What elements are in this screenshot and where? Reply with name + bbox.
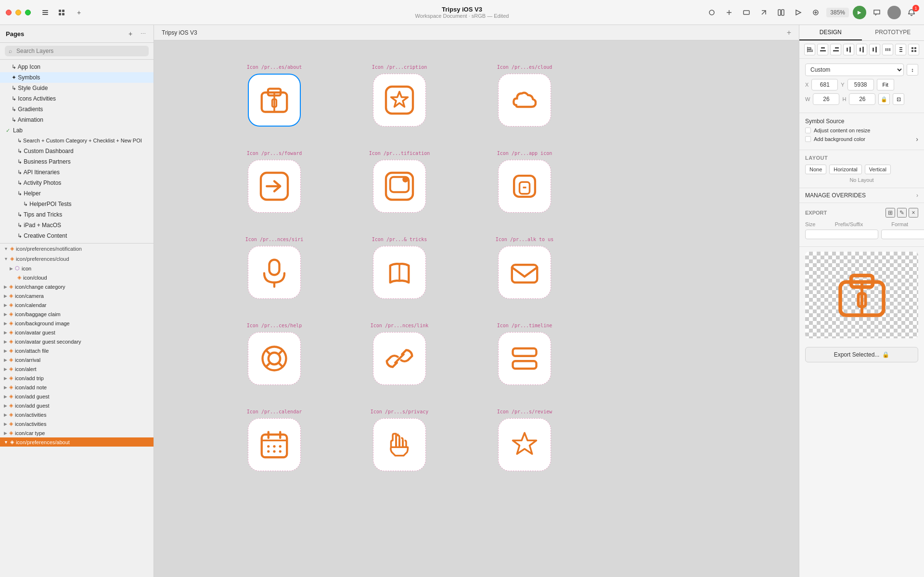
layer-item-avatar-guest[interactable]: ▶ ◈ icon/avatar guest [0,328,154,337]
icon-cell-siri[interactable]: Icon /pr...nces/siri [226,237,322,299]
layer-item-add-guest-1[interactable]: ▶ ◈ icon/add guest [0,392,154,401]
align-center-button[interactable] [817,44,828,55]
icon-cell-cloud[interactable]: Icon /pr...es/cloud [476,64,573,127]
toolbar-action-4[interactable] [757,6,770,19]
page-item-lab[interactable]: ✓ Lab [0,125,154,136]
icon-frame-link[interactable] [373,332,426,385]
export-close-button[interactable]: × [909,208,918,218]
layer-item-cloud[interactable]: ▼ ◈ icon/preferences/cloud [0,254,154,264]
page-item-business-partners[interactable]: ↳ Business Partners [0,156,154,167]
layer-item-add-guest-2[interactable]: ▶ ◈ icon/add guest [0,401,154,410]
icon-frame-about[interactable] [248,74,301,127]
toolbar-action-2[interactable] [722,6,736,19]
page-item-helper[interactable]: ↳ Helper [0,188,154,199]
layer-item-add-trip[interactable]: ▶ ◈ icon/add trip [0,373,154,383]
align-right-button[interactable] [830,44,841,55]
toolbar-action-3[interactable] [740,6,753,19]
icon-cell-help[interactable]: Icon /pr...ces/help [226,323,322,385]
icon-cell-review[interactable]: Icon /pr...s/review [476,409,573,471]
page-item-animation[interactable]: ↳ Animation [0,115,154,125]
layer-item-avatar-guest-secondary[interactable]: ▶ ◈ icon/avatar guest secondary [0,337,154,346]
layer-item-calendar[interactable]: ▶ ◈ icon/calendar [0,300,154,309]
h-input[interactable] [849,93,875,105]
user-avatar[interactable] [887,6,901,19]
icon-frame-calendar[interactable] [248,418,301,471]
icon-frame-siri[interactable] [248,246,301,299]
layout-vertical-button[interactable]: Vertical [865,165,891,174]
manage-overrides-row[interactable]: MANAGE OVERRIDES › [799,188,924,203]
toolbar-action-6[interactable] [792,6,805,19]
icon-cell-tips[interactable]: Icon /pr...& tricks [351,237,448,299]
tab-prototype[interactable]: PROTOTYPE [862,25,924,40]
align-middle-button[interactable] [856,44,867,55]
icon-frame-review[interactable] [498,418,551,471]
maximize-button[interactable] [25,10,31,15]
layer-item-preferences-about[interactable]: ▼ ◈ icon/preferences/about [0,437,154,447]
fit-button[interactable]: Fit [877,79,894,90]
custom-select[interactable]: Custom [805,64,904,76]
adjust-resize-checkbox[interactable] [805,128,811,133]
page-item-icons-activities[interactable]: ↳ Icons Activities [0,93,154,104]
canvas-content[interactable]: Icon /pr...es/about Icon /pr...cription [154,40,799,577]
page-item-ipad-macos[interactable]: ↳ iPad + MacOS [0,220,154,231]
icon-cell-app-icon[interactable]: Icon /pr...app icon [476,151,573,213]
page-item-helperpoi-tests[interactable]: ↳ HelperPOI Tests [0,199,154,209]
icon-frame-tips[interactable] [373,246,426,299]
icon-cell-about[interactable]: Icon /pr...es/about [226,64,322,127]
layer-item-add-note[interactable]: ▶ ◈ icon/add note [0,383,154,392]
layout-horizontal-button[interactable]: Horizontal [829,165,862,174]
page-item-app-icon[interactable]: ↳ App Icon [0,62,154,72]
page-item-custom-dashboard[interactable]: ↳ Custom Dashboard [0,146,154,156]
layer-item-baggage-claim[interactable]: ▶ ◈ icon/baggage claim [0,309,154,319]
y-input[interactable] [847,79,874,90]
add-page-button[interactable]: + [126,29,135,38]
add-bg-arrow[interactable]: › [916,135,918,143]
icon-cell-link[interactable]: Icon /pr...nces/link [351,323,448,385]
grid-view-button[interactable] [55,6,68,19]
align-left-button[interactable] [804,44,815,55]
page-item-activity-photos[interactable]: ↳ Activity Photos [0,178,154,188]
page-item-style-guide[interactable]: ↳ Style Guide [0,83,154,93]
tidy-up-button[interactable] [908,44,919,55]
layer-item-arrival[interactable]: ▶ ◈ icon/arrival [0,355,154,364]
search-input[interactable] [5,46,149,56]
layer-item-attach-file[interactable]: ▶ ◈ icon/attach file [0,346,154,355]
toolbar-action-7[interactable] [809,6,822,19]
export-grid-button[interactable]: ⊞ [886,208,895,218]
icon-cell-privacy[interactable]: Icon /pr...s/privacy [351,409,448,471]
layer-item-notification[interactable]: ▼ ◈ icon/preferences/notification [0,244,154,254]
page-item-gradients[interactable]: ↳ Gradients [0,104,154,115]
w-input[interactable] [813,93,839,105]
export-prefix-input[interactable] [881,230,924,239]
export-selected-button[interactable]: Export Selected... 🔒 [805,347,918,362]
icon-frame-talk[interactable] [498,246,551,299]
icon-cell-talk[interactable]: Icon /pr...alk to us [476,237,573,299]
notification-button[interactable]: 1 [905,6,918,19]
icon-frame-help[interactable] [248,332,301,385]
layer-item-activities-1[interactable]: ▶ ◈ icon/activities [0,410,154,419]
icon-cell-notification[interactable]: Icon /pr...tification [351,151,448,213]
lock-ratio-button[interactable]: 🔒 [878,93,890,105]
add-canvas-button[interactable]: + [787,28,791,37]
layer-item-change-category[interactable]: ▶ ◈ icon/change category [0,282,154,291]
icon-frame-cloud[interactable] [498,74,551,127]
export-size-input[interactable] [805,230,878,239]
constrain-button[interactable]: ⊡ [893,93,904,105]
page-settings-button[interactable]: ⋯ [138,29,148,38]
add-button[interactable]: + [72,6,86,19]
close-button[interactable] [6,10,12,15]
export-edit-button[interactable]: ✎ [897,208,907,218]
layer-item-activities-2[interactable]: ▶ ◈ icon/activities [0,419,154,428]
x-input[interactable] [811,79,838,90]
layer-item-background-image[interactable]: ▶ ◈ icon/background image [0,319,154,328]
toolbar-action-1[interactable] [705,6,719,19]
icon-cell-calendar[interactable]: Icon /pr...calendar [226,409,322,471]
distribute-h-button[interactable] [882,44,893,55]
layer-item-camera[interactable]: ▶ ◈ icon/camera [0,291,154,300]
toolbar-action-5[interactable] [774,6,788,19]
icon-frame-privacy[interactable] [373,418,426,471]
icon-frame-notification[interactable] [373,160,426,213]
design-link-button[interactable]: ↕ [907,64,918,76]
icon-cell-forward[interactable]: Icon /pr...s/foward [226,151,322,213]
minimize-button[interactable] [15,10,21,15]
